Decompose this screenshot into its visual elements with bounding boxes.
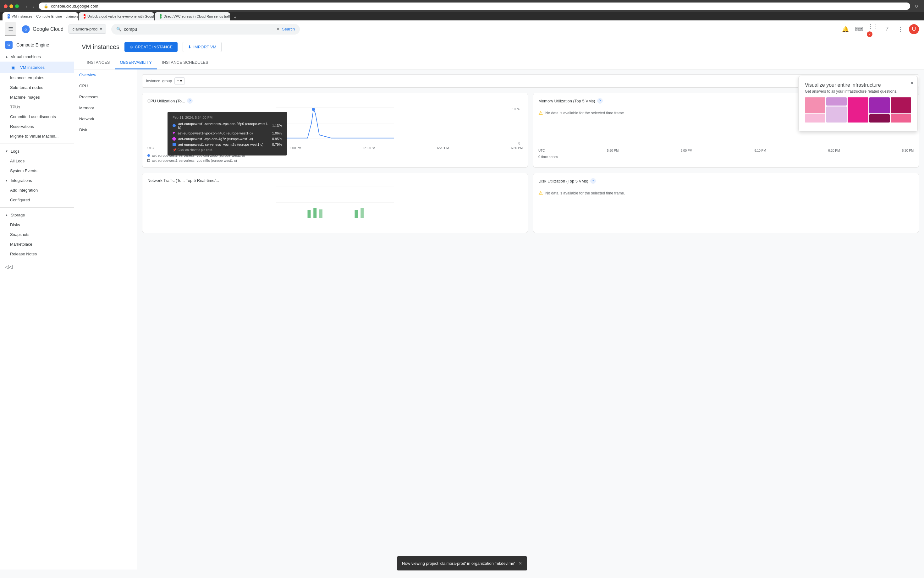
google-cloud-logo: G Google Cloud (21, 25, 63, 34)
sidebar-section-title: Compute Engine (16, 42, 49, 47)
sidebar-item-add-integration[interactable]: Add Integration (0, 185, 74, 195)
tab-instances[interactable]: INSTANCES (82, 56, 115, 70)
visualize-close-button[interactable]: × (910, 80, 914, 86)
back-button[interactable]: ‹ (24, 3, 29, 10)
storage-group-label: Storage (11, 213, 25, 218)
memory-title-text: Memory Utilization (Top 5 VMs) (538, 99, 595, 103)
heatmap-col-2 (826, 97, 847, 122)
snackbar-close-button[interactable]: × (519, 560, 522, 567)
window-controls (4, 5, 19, 8)
memory-help-button[interactable]: ? (597, 98, 603, 104)
compute-engine-icon: ⚙ (5, 41, 13, 49)
cpu-legend-item-2: aet-europewest1-serverless--vpc-nt5s (eu… (147, 159, 523, 162)
cpu-legend-label-2: aet-europewest1-serverless--vpc-nt5s (eu… (152, 159, 237, 162)
obs-nav-disk[interactable]: Disk (74, 124, 137, 135)
search-icon: 🔍 (116, 27, 121, 31)
sidebar-item-configured[interactable]: Configured (0, 195, 74, 205)
sidebar-item-vm-instances[interactable]: ▣ VM instances (0, 62, 74, 73)
virtual-machines-group[interactable]: ▲ Virtual machines (0, 52, 74, 62)
integrations-group[interactable]: ▼ Integrations (0, 175, 74, 185)
heatmap-cell-3 (826, 97, 847, 106)
network-chart-svg (147, 187, 523, 218)
tab-observability[interactable]: OBSERVABILITY (115, 56, 156, 70)
sidebar-item-disks[interactable]: Disks (0, 220, 74, 230)
sidebar-item-committed-use[interactable]: Committed use discounts (0, 112, 74, 122)
apps-button[interactable]: ⋮⋮ (867, 21, 879, 32)
hamburger-menu[interactable]: ☰ (5, 23, 16, 36)
create-icon: ⊕ (130, 45, 133, 49)
search-clear-button[interactable]: × (277, 26, 280, 32)
sidebar-item-reservations-label: Reservations (10, 124, 34, 129)
sidebar-collapse-area: ◁◁ (0, 259, 74, 275)
create-instance-button[interactable]: ⊕ CREATE INSTANCE (124, 42, 177, 52)
obs-nav-overview[interactable]: Overview (74, 70, 137, 80)
maximize-dot[interactable] (15, 5, 19, 8)
svg-text:G: G (24, 28, 27, 31)
avatar-button[interactable]: U (909, 24, 919, 34)
sidebar-item-machine-images[interactable]: Machine images (0, 93, 74, 102)
cpu-chart-area[interactable]: 100% 0 (147, 107, 523, 145)
obs-nav-cpu[interactable]: CPU (74, 80, 137, 91)
reload-button[interactable]: ↻ (913, 3, 920, 10)
filter-dropdown[interactable]: * ▾ (174, 77, 185, 85)
sidebar-item-committed-use-label: Committed use discounts (10, 114, 56, 119)
storage-group[interactable]: ▲ Storage (0, 210, 74, 220)
obs-nav-network[interactable]: Network (74, 114, 137, 124)
new-tab-button[interactable]: + (232, 14, 238, 20)
obs-nav-processes[interactable]: Processes (74, 91, 137, 102)
sidebar-item-system-events[interactable]: System Events (0, 166, 74, 175)
heatmap-cell-6 (869, 97, 890, 114)
search-button[interactable]: Search (282, 27, 295, 31)
search-container[interactable]: 🔍 × Search (111, 24, 300, 34)
browser-tab-2[interactable]: ▶ Unlock cloud value for everyone with G… (78, 12, 154, 20)
address-bar[interactable]: 🔒 console.cloud.google.com (39, 3, 910, 10)
storage-group-chevron: ▲ (5, 213, 8, 217)
minimize-dot[interactable] (10, 5, 13, 8)
cpu-time-5: 6:30 PM (511, 146, 523, 150)
filter-dropdown-chevron: ▾ (180, 79, 182, 83)
import-vm-button[interactable]: ⬇ IMPORT VM (182, 42, 221, 52)
sidebar-item-snapshots[interactable]: Snapshots (0, 230, 74, 239)
tab-favicon-gcp: G (8, 14, 10, 18)
cpu-legend-dot-1 (147, 154, 150, 157)
sidebar-item-marketplace[interactable]: Marketplace (0, 239, 74, 249)
sidebar-item-instance-templates[interactable]: Instance templates (0, 73, 74, 83)
browser-tab-3[interactable]: G Direct VPC egress in Cloud Run sends t… (155, 12, 230, 20)
header-actions: 🔔 ⌨ ⋮⋮ 2 ? ⋮ U (840, 21, 919, 38)
heatmap-cell-2 (805, 114, 825, 122)
sidebar-item-sole-tenant[interactable]: Sole-tenant nodes (0, 83, 74, 93)
app-header: ☰ G Google Cloud claimora-prod ▾ 🔍 × Sea… (0, 20, 924, 38)
sidebar-item-reservations[interactable]: Reservations (0, 122, 74, 131)
disk-help-button[interactable]: ? (590, 178, 596, 184)
memory-time-axis: UTC 5:50 PM 6:00 PM 6:10 PM 6:20 PM 6:30… (538, 148, 914, 154)
close-dot[interactable] (4, 5, 8, 8)
sidebar-item-migrate[interactable]: Migrate to Virtual Machin... (0, 131, 74, 141)
sidebar-item-tpus[interactable]: TPUs (0, 102, 74, 112)
sidebar-item-release-notes[interactable]: Release Notes (0, 249, 74, 259)
sidebar-item-vm-instances-label: VM instances (20, 65, 45, 70)
forward-button[interactable]: › (31, 3, 36, 10)
tab-bar: G VM instances – Compute Engine – claimo… (0, 12, 924, 20)
memory-time-3: 6:10 PM (754, 149, 766, 153)
browser-tab-1[interactable]: G VM instances – Compute Engine – claimo… (3, 12, 78, 20)
settings-button[interactable]: ⋮ (895, 24, 906, 35)
cloud-shell-button[interactable]: ⌨ (854, 24, 865, 35)
project-selector[interactable]: claimora-prod ▾ (68, 24, 106, 34)
logs-group[interactable]: ▼ Logs (0, 146, 74, 156)
help-button[interactable]: ? (881, 24, 893, 35)
notifications-button[interactable]: 🔔 (840, 24, 851, 35)
cpu-help-button[interactable]: ? (187, 98, 193, 104)
sidebar-section-header[interactable]: ⚙ Compute Engine (0, 38, 74, 52)
search-input[interactable] (124, 27, 274, 32)
network-chart-area[interactable] (147, 187, 523, 224)
heatmap-col-3 (848, 97, 868, 122)
filter-value: * (177, 79, 179, 83)
obs-nav-memory[interactable]: Memory (74, 102, 137, 114)
sidebar-item-all-logs[interactable]: All Logs (0, 156, 74, 166)
tab-instance-schedules[interactable]: INSTANCE SCHEDULES (157, 56, 213, 70)
obs-layout: Overview CPU Processes Memory Network Di… (74, 70, 924, 570)
sidebar-divider-2 (0, 207, 74, 208)
integrations-group-label: Integrations (11, 178, 32, 183)
sidebar-item-configured-label: Configured (10, 198, 30, 202)
sidebar-collapse-button[interactable]: ◁◁ (5, 264, 13, 270)
